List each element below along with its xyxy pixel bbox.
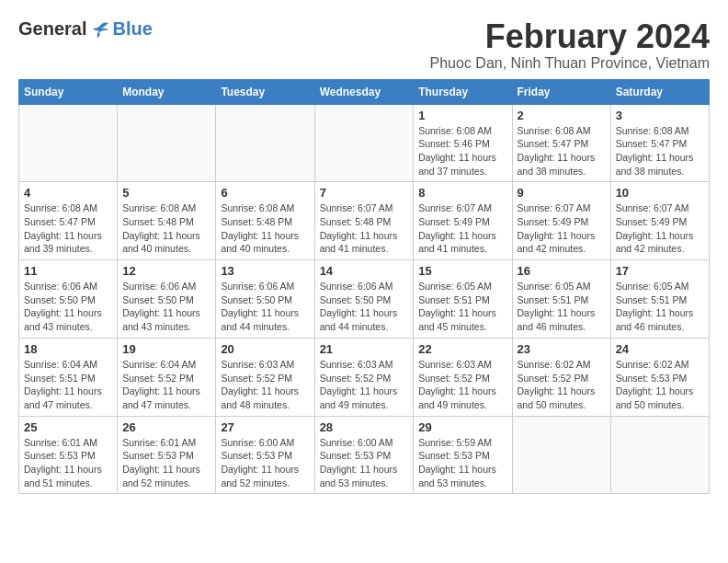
logo-general: General bbox=[18, 18, 86, 40]
calendar-week-row: 11Sunrise: 6:06 AM Sunset: 5:50 PM Dayli… bbox=[19, 260, 710, 339]
day-number: 14 bbox=[320, 264, 409, 278]
calendar-cell: 12Sunrise: 6:06 AM Sunset: 5:50 PM Dayli… bbox=[118, 260, 216, 339]
calendar-cell bbox=[610, 416, 709, 494]
calendar-cell: 19Sunrise: 6:04 AM Sunset: 5:52 PM Dayli… bbox=[118, 338, 216, 416]
day-info: Sunrise: 6:03 AM Sunset: 5:52 PM Dayligh… bbox=[221, 358, 309, 412]
logo: General Blue bbox=[18, 18, 153, 40]
day-number: 13 bbox=[221, 264, 309, 278]
calendar-cell: 29Sunrise: 5:59 AM Sunset: 5:53 PM Dayli… bbox=[414, 416, 512, 494]
day-number: 20 bbox=[221, 342, 309, 356]
calendar-cell bbox=[19, 104, 118, 182]
day-info: Sunrise: 6:01 AM Sunset: 5:53 PM Dayligh… bbox=[24, 436, 112, 490]
header: General Blue February 2024 Phuoc Dan, Ni… bbox=[18, 18, 710, 72]
day-info: Sunrise: 6:08 AM Sunset: 5:48 PM Dayligh… bbox=[122, 201, 210, 256]
day-info: Sunrise: 6:08 AM Sunset: 5:47 PM Dayligh… bbox=[616, 124, 704, 178]
day-info: Sunrise: 6:06 AM Sunset: 5:50 PM Dayligh… bbox=[320, 280, 409, 334]
day-number: 18 bbox=[24, 342, 112, 356]
day-number: 29 bbox=[418, 420, 506, 434]
calendar-cell: 28Sunrise: 6:00 AM Sunset: 5:53 PM Dayli… bbox=[314, 416, 414, 494]
day-number: 21 bbox=[320, 342, 409, 356]
day-info: Sunrise: 6:04 AM Sunset: 5:52 PM Dayligh… bbox=[122, 358, 210, 412]
calendar-cell: 1Sunrise: 6:08 AM Sunset: 5:46 PM Daylig… bbox=[414, 104, 512, 182]
header-monday: Monday bbox=[118, 79, 216, 104]
calendar-cell: 8Sunrise: 6:07 AM Sunset: 5:49 PM Daylig… bbox=[414, 182, 512, 260]
calendar-week-row: 25Sunrise: 6:01 AM Sunset: 5:53 PM Dayli… bbox=[19, 416, 710, 494]
day-info: Sunrise: 6:07 AM Sunset: 5:49 PM Dayligh… bbox=[518, 201, 606, 256]
day-info: Sunrise: 6:03 AM Sunset: 5:52 PM Dayligh… bbox=[418, 358, 506, 412]
header-tuesday: Tuesday bbox=[216, 79, 314, 104]
day-number: 4 bbox=[24, 186, 112, 200]
day-info: Sunrise: 6:08 AM Sunset: 5:47 PM Dayligh… bbox=[24, 201, 112, 256]
calendar-cell: 21Sunrise: 6:03 AM Sunset: 5:52 PM Dayli… bbox=[314, 338, 414, 416]
day-info: Sunrise: 6:05 AM Sunset: 5:51 PM Dayligh… bbox=[616, 280, 704, 334]
calendar-week-row: 1Sunrise: 6:08 AM Sunset: 5:46 PM Daylig… bbox=[19, 104, 710, 182]
header-thursday: Thursday bbox=[414, 79, 512, 104]
day-info: Sunrise: 6:00 AM Sunset: 5:53 PM Dayligh… bbox=[320, 436, 409, 490]
day-info: Sunrise: 6:02 AM Sunset: 5:53 PM Dayligh… bbox=[616, 358, 704, 412]
calendar-cell: 3Sunrise: 6:08 AM Sunset: 5:47 PM Daylig… bbox=[610, 104, 709, 182]
day-number: 22 bbox=[418, 342, 506, 356]
calendar-cell: 4Sunrise: 6:08 AM Sunset: 5:47 PM Daylig… bbox=[19, 182, 118, 260]
calendar-cell: 16Sunrise: 6:05 AM Sunset: 5:51 PM Dayli… bbox=[512, 260, 610, 339]
logo-blue: Blue bbox=[112, 18, 152, 40]
day-info: Sunrise: 6:07 AM Sunset: 5:48 PM Dayligh… bbox=[320, 201, 409, 256]
day-info: Sunrise: 6:07 AM Sunset: 5:49 PM Dayligh… bbox=[418, 201, 506, 256]
day-number: 28 bbox=[320, 420, 409, 434]
day-info: Sunrise: 6:06 AM Sunset: 5:50 PM Dayligh… bbox=[122, 280, 210, 334]
calendar-cell: 14Sunrise: 6:06 AM Sunset: 5:50 PM Dayli… bbox=[314, 260, 414, 339]
day-number: 19 bbox=[122, 342, 210, 356]
calendar-cell: 26Sunrise: 6:01 AM Sunset: 5:53 PM Dayli… bbox=[118, 416, 216, 494]
calendar-cell: 11Sunrise: 6:06 AM Sunset: 5:50 PM Dayli… bbox=[19, 260, 118, 339]
page-subtitle: Phuoc Dan, Ninh Thuan Province, Vietnam bbox=[430, 55, 710, 72]
day-info: Sunrise: 6:07 AM Sunset: 5:49 PM Dayligh… bbox=[616, 201, 704, 256]
calendar-cell bbox=[314, 104, 414, 182]
day-info: Sunrise: 6:01 AM Sunset: 5:53 PM Dayligh… bbox=[122, 436, 210, 490]
calendar-week-row: 4Sunrise: 6:08 AM Sunset: 5:47 PM Daylig… bbox=[19, 182, 710, 260]
day-info: Sunrise: 6:05 AM Sunset: 5:51 PM Dayligh… bbox=[418, 280, 506, 334]
day-number: 24 bbox=[616, 342, 704, 356]
calendar-cell: 27Sunrise: 6:00 AM Sunset: 5:53 PM Dayli… bbox=[216, 416, 314, 494]
day-number: 5 bbox=[122, 186, 210, 200]
day-number: 11 bbox=[24, 264, 112, 278]
calendar-cell: 22Sunrise: 6:03 AM Sunset: 5:52 PM Dayli… bbox=[414, 338, 512, 416]
calendar-cell: 20Sunrise: 6:03 AM Sunset: 5:52 PM Dayli… bbox=[216, 338, 314, 416]
day-number: 27 bbox=[221, 420, 309, 434]
day-number: 7 bbox=[320, 186, 409, 200]
day-number: 1 bbox=[418, 109, 506, 122]
day-number: 26 bbox=[122, 420, 210, 434]
day-number: 2 bbox=[518, 109, 606, 122]
calendar-cell bbox=[216, 104, 314, 182]
calendar-cell: 9Sunrise: 6:07 AM Sunset: 5:49 PM Daylig… bbox=[512, 182, 610, 260]
day-info: Sunrise: 6:02 AM Sunset: 5:52 PM Dayligh… bbox=[518, 358, 606, 412]
calendar-week-row: 18Sunrise: 6:04 AM Sunset: 5:51 PM Dayli… bbox=[19, 338, 710, 416]
header-wednesday: Wednesday bbox=[314, 79, 414, 104]
calendar-cell: 6Sunrise: 6:08 AM Sunset: 5:48 PM Daylig… bbox=[216, 182, 314, 260]
day-info: Sunrise: 6:04 AM Sunset: 5:51 PM Dayligh… bbox=[24, 358, 112, 412]
day-info: Sunrise: 6:08 AM Sunset: 5:48 PM Dayligh… bbox=[221, 201, 309, 256]
calendar-cell: 25Sunrise: 6:01 AM Sunset: 5:53 PM Dayli… bbox=[19, 416, 118, 494]
day-info: Sunrise: 6:06 AM Sunset: 5:50 PM Dayligh… bbox=[221, 280, 309, 334]
calendar: Sunday Monday Tuesday Wednesday Thursday… bbox=[18, 79, 710, 495]
calendar-cell: 15Sunrise: 6:05 AM Sunset: 5:51 PM Dayli… bbox=[414, 260, 512, 339]
calendar-cell: 13Sunrise: 6:06 AM Sunset: 5:50 PM Dayli… bbox=[216, 260, 314, 339]
header-saturday: Saturday bbox=[610, 79, 709, 104]
calendar-cell: 24Sunrise: 6:02 AM Sunset: 5:53 PM Dayli… bbox=[610, 338, 709, 416]
day-number: 3 bbox=[616, 109, 704, 122]
calendar-cell: 23Sunrise: 6:02 AM Sunset: 5:52 PM Dayli… bbox=[512, 338, 610, 416]
day-info: Sunrise: 6:06 AM Sunset: 5:50 PM Dayligh… bbox=[24, 280, 112, 334]
day-number: 25 bbox=[24, 420, 112, 434]
day-info: Sunrise: 6:03 AM Sunset: 5:52 PM Dayligh… bbox=[320, 358, 409, 412]
day-info: Sunrise: 6:05 AM Sunset: 5:51 PM Dayligh… bbox=[518, 280, 606, 334]
page-title: February 2024 bbox=[430, 18, 710, 55]
calendar-header-row: Sunday Monday Tuesday Wednesday Thursday… bbox=[19, 79, 710, 104]
day-info: Sunrise: 6:08 AM Sunset: 5:47 PM Dayligh… bbox=[518, 124, 606, 178]
day-number: 16 bbox=[518, 264, 606, 278]
calendar-cell bbox=[118, 104, 216, 182]
calendar-cell: 2Sunrise: 6:08 AM Sunset: 5:47 PM Daylig… bbox=[512, 104, 610, 182]
day-info: Sunrise: 5:59 AM Sunset: 5:53 PM Dayligh… bbox=[418, 436, 506, 490]
title-area: February 2024 Phuoc Dan, Ninh Thuan Prov… bbox=[430, 18, 710, 72]
day-number: 15 bbox=[418, 264, 506, 278]
header-sunday: Sunday bbox=[19, 79, 118, 104]
day-number: 6 bbox=[221, 186, 309, 200]
day-number: 9 bbox=[518, 186, 606, 200]
